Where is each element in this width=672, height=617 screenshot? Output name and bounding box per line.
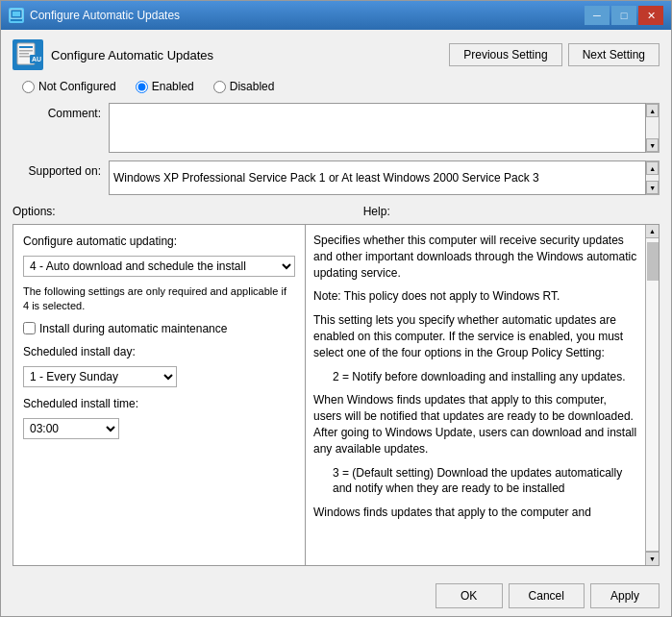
help-para-3: This setting lets you specify whether au… bbox=[313, 312, 637, 360]
comment-section: Comment: ▲ ▼ bbox=[12, 103, 660, 153]
help-text-area: Specifies whether this computer will rec… bbox=[306, 225, 645, 565]
help-para-7: Windows finds updates that apply to the … bbox=[313, 505, 637, 521]
radio-disabled: Disabled bbox=[213, 80, 275, 93]
enabled-radio[interactable] bbox=[136, 81, 148, 93]
not-configured-label[interactable]: Not Configured bbox=[38, 80, 116, 93]
help-para-2: Note: This policy does not apply to Wind… bbox=[313, 288, 637, 305]
section-labels: Options: Help: bbox=[12, 205, 660, 218]
title-controls: ─ □ ✕ bbox=[585, 6, 663, 25]
title-bar: Configure Automatic Updates ─ □ ✕ bbox=[1, 1, 671, 30]
apply-button[interactable]: Apply bbox=[590, 583, 660, 608]
maintenance-checkbox-row: Install during automatic maintenance bbox=[23, 322, 295, 335]
help-para-1: Specifies whether this computer will rec… bbox=[313, 233, 637, 281]
help-para-4: 2 = Notify before downloading and instal… bbox=[333, 369, 637, 385]
configure-select-row: 2 - Notify for download and notify for i… bbox=[23, 256, 295, 277]
disabled-label[interactable]: Disabled bbox=[230, 80, 275, 93]
supported-scroll-down[interactable]: ▼ bbox=[646, 181, 659, 194]
policy-icon: AU bbox=[12, 39, 43, 70]
configure-select[interactable]: 2 - Notify for download and notify for i… bbox=[23, 256, 295, 277]
disabled-radio[interactable] bbox=[213, 81, 226, 93]
configure-label: Configure automatic updating: bbox=[23, 234, 295, 248]
svg-rect-5 bbox=[19, 50, 33, 52]
maximize-button[interactable]: □ bbox=[611, 6, 636, 25]
next-setting-button[interactable]: Next Setting bbox=[568, 43, 660, 66]
title-bar-left: Configure Automatic Updates bbox=[9, 8, 180, 23]
options-section-label: Options: bbox=[12, 205, 56, 218]
comment-textarea[interactable] bbox=[109, 103, 646, 153]
maintenance-checkbox[interactable] bbox=[23, 322, 36, 334]
main-window: Configure Automatic Updates ─ □ ✕ bbox=[0, 0, 672, 617]
enabled-label[interactable]: Enabled bbox=[152, 80, 194, 93]
help-para-6: 3 = (Default setting) Download the updat… bbox=[333, 465, 637, 498]
header-title: Configure Automatic Updates bbox=[51, 48, 213, 62]
header-left: AU Configure Automatic Updates bbox=[12, 39, 213, 70]
svg-rect-1 bbox=[11, 19, 22, 21]
help-scroll-down[interactable]: ▼ bbox=[646, 552, 659, 565]
help-scrollbar: ▲ ▼ bbox=[645, 225, 659, 565]
comment-scroll-up[interactable]: ▲ bbox=[646, 104, 659, 117]
radio-not-configured: Not Configured bbox=[22, 80, 116, 93]
svg-rect-4 bbox=[19, 46, 33, 48]
header-buttons: Previous Setting Next Setting bbox=[449, 43, 660, 66]
window-title: Configure Automatic Updates bbox=[30, 9, 180, 22]
ok-button[interactable]: OK bbox=[436, 583, 503, 608]
cancel-button[interactable]: Cancel bbox=[509, 583, 585, 608]
comment-scroll-down[interactable]: ▼ bbox=[646, 138, 659, 152]
supported-scrollbar: ▲ ▼ bbox=[646, 160, 660, 195]
close-button[interactable]: ✕ bbox=[638, 6, 663, 25]
not-configured-radio[interactable] bbox=[22, 81, 35, 93]
minimize-button[interactable]: ─ bbox=[585, 6, 610, 25]
svg-text:AU: AU bbox=[32, 56, 41, 62]
help-panel: Specifies whether this computer will rec… bbox=[306, 224, 660, 566]
help-scroll-track[interactable] bbox=[646, 238, 659, 552]
two-columns: Configure automatic updating: 2 - Notify… bbox=[12, 224, 660, 566]
options-panel: Configure automatic updating: 2 - Notify… bbox=[12, 224, 306, 566]
help-scroll-up[interactable]: ▲ bbox=[646, 225, 659, 238]
scheduled-day-row: 0 - Every day 1 - Every Sunday 2 - Every… bbox=[23, 366, 295, 387]
help-section-label: Help: bbox=[363, 205, 390, 218]
supported-on-section: Supported on: Windows XP Professional Se… bbox=[12, 160, 660, 195]
svg-rect-7 bbox=[19, 56, 31, 58]
window-icon bbox=[9, 8, 24, 23]
help-scroll-thumb bbox=[647, 242, 659, 281]
supported-scroll-up[interactable]: ▲ bbox=[646, 161, 659, 175]
maintenance-label[interactable]: Install during automatic maintenance bbox=[39, 322, 227, 335]
radio-group: Not Configured Enabled Disabled bbox=[22, 80, 660, 95]
comment-input-area: ▲ ▼ bbox=[109, 103, 660, 153]
header-row: AU Configure Automatic Updates Previous … bbox=[12, 39, 660, 70]
supported-on-label: Supported on: bbox=[12, 160, 109, 195]
scheduled-time-select[interactable]: 00:00 01:00 02:00 03:00 04:00 05:00 06:0… bbox=[23, 418, 119, 439]
supported-on-value: Windows XP Professional Service Pack 1 o… bbox=[109, 160, 646, 195]
svg-rect-6 bbox=[19, 53, 29, 55]
scheduled-time-label: Scheduled install time: bbox=[23, 397, 295, 410]
footer: OK Cancel Apply bbox=[1, 576, 671, 616]
scheduled-day-label: Scheduled install day: bbox=[23, 345, 295, 358]
content-area: AU Configure Automatic Updates Previous … bbox=[1, 30, 671, 576]
scheduled-time-row: 00:00 01:00 02:00 03:00 04:00 05:00 06:0… bbox=[23, 418, 295, 439]
radio-enabled: Enabled bbox=[136, 80, 194, 93]
svg-rect-2 bbox=[12, 12, 20, 16]
prev-setting-button[interactable]: Previous Setting bbox=[449, 43, 561, 66]
comment-label: Comment: bbox=[12, 103, 109, 153]
supported-on-input-area: Windows XP Professional Service Pack 1 o… bbox=[109, 160, 660, 195]
comment-scrollbar: ▲ ▼ bbox=[646, 103, 660, 153]
applicable-info: The following settings are only required… bbox=[23, 284, 295, 314]
help-para-5: When Windows finds updates that apply to… bbox=[313, 392, 637, 457]
scheduled-day-select[interactable]: 0 - Every day 1 - Every Sunday 2 - Every… bbox=[23, 366, 177, 387]
